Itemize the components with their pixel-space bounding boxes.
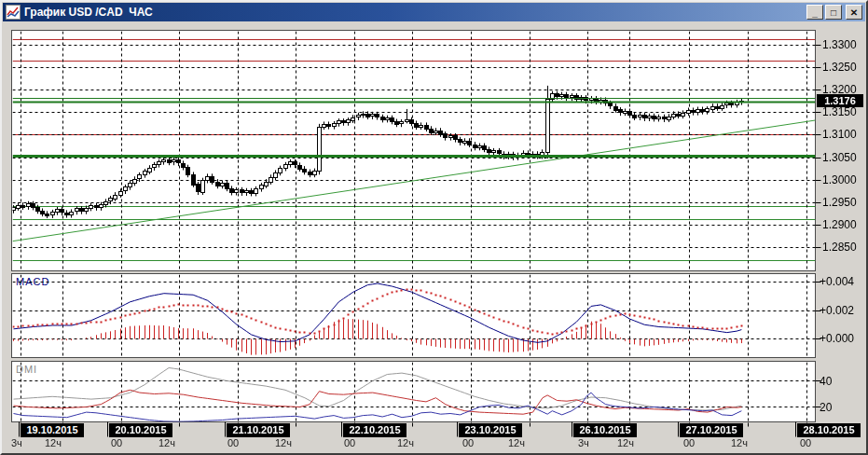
time-label: 12ч	[45, 437, 62, 448]
price-axis-label: 1.2900	[822, 218, 867, 231]
time-label: 12ч	[275, 437, 292, 448]
date-label: 28.10.2015	[797, 423, 861, 437]
price-axis-label: 1.3250	[822, 61, 867, 74]
time-label: 12ч	[397, 437, 414, 448]
date-label: 26.10.2015	[573, 423, 637, 437]
time-label: 3ч	[11, 437, 22, 448]
time-label: 00	[344, 437, 355, 448]
date-label: 20.10.2015	[109, 423, 172, 437]
dmi-axis-label: 40	[820, 375, 868, 388]
price-axis-label: 1.3150	[822, 105, 867, 118]
time-label: 12ч	[617, 437, 634, 448]
current-price-tag: 1.3176	[817, 94, 863, 107]
price-axis-label: 1.3050	[822, 151, 867, 164]
date-label: 27.10.2015	[680, 423, 743, 437]
chart-canvas[interactable]	[2, 2, 868, 455]
price-axis-label: 1.2850	[822, 241, 867, 254]
time-label: 00	[800, 437, 811, 448]
time-label: 00	[462, 437, 474, 448]
price-axis-label: 1.2950	[822, 196, 867, 209]
time-label: 12ч	[731, 437, 748, 448]
macd-axis-label: +0.002	[820, 304, 868, 317]
app-window: График USD /CAD ЧАС _ □ ✕ MACD DMI 1.330…	[0, 0, 868, 455]
price-axis-label: 1.3000	[822, 173, 867, 186]
date-label: 19.10.2015	[21, 423, 84, 437]
time-label: 00	[111, 437, 122, 448]
macd-axis-label: +0.004	[820, 275, 868, 288]
time-label: 00	[227, 437, 239, 448]
date-label: 21.10.2015	[227, 423, 290, 437]
macd-axis-label: +0.000	[820, 332, 868, 345]
time-label: 00	[683, 437, 695, 448]
date-label: 22.10.2015	[343, 423, 406, 437]
time-label: 3ч	[578, 437, 589, 448]
dmi-axis-label: 20	[820, 401, 868, 414]
date-label: 23.10.2015	[459, 423, 522, 437]
price-axis-label: 1.3300	[822, 38, 867, 51]
time-label: 12ч	[508, 437, 525, 448]
price-axis-label: 1.3100	[822, 128, 867, 141]
time-label: 12ч	[158, 437, 175, 448]
